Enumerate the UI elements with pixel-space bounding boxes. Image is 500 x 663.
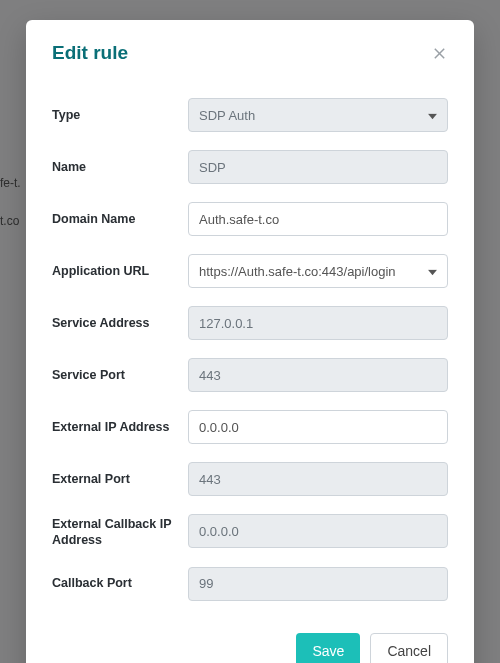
save-button[interactable]: Save — [296, 633, 360, 664]
chevron-down-icon — [428, 108, 437, 123]
label-type: Type — [52, 107, 188, 123]
input-callback-port[interactable] — [188, 567, 448, 601]
close-icon[interactable] — [430, 44, 448, 62]
row-callback-ip: External Callback IP Address — [52, 514, 448, 549]
select-application-url[interactable]: https://Auth.safe-t.co:443/api/login — [188, 254, 448, 288]
row-type: Type SDP Auth — [52, 98, 448, 132]
label-external-port: External Port — [52, 471, 188, 487]
input-external-port[interactable] — [188, 462, 448, 496]
row-domain-name: Domain Name — [52, 202, 448, 236]
input-callback-ip[interactable] — [188, 514, 448, 548]
select-application-url-value: https://Auth.safe-t.co:443/api/login — [199, 264, 396, 279]
modal-footer: Save Cancel — [52, 633, 448, 664]
row-service-address: Service Address — [52, 306, 448, 340]
label-application-url: Application URL — [52, 263, 188, 279]
label-callback-ip: External Callback IP Address — [52, 514, 188, 549]
label-domain-name: Domain Name — [52, 211, 188, 227]
input-external-ip[interactable] — [188, 410, 448, 444]
input-service-port[interactable] — [188, 358, 448, 392]
input-domain-name[interactable] — [188, 202, 448, 236]
label-external-ip: External IP Address — [52, 419, 188, 435]
modal-overlay: Edit rule Type SDP Auth Name — [0, 0, 500, 663]
label-service-port: Service Port — [52, 367, 188, 383]
select-type-value: SDP Auth — [199, 108, 255, 123]
chevron-down-icon — [428, 264, 437, 279]
row-application-url: Application URL https://Auth.safe-t.co:4… — [52, 254, 448, 288]
row-service-port: Service Port — [52, 358, 448, 392]
row-external-port: External Port — [52, 462, 448, 496]
edit-rule-modal: Edit rule Type SDP Auth Name — [26, 20, 474, 663]
cancel-button[interactable]: Cancel — [370, 633, 448, 664]
modal-title: Edit rule — [52, 42, 128, 64]
row-name: Name — [52, 150, 448, 184]
label-service-address: Service Address — [52, 315, 188, 331]
input-name[interactable] — [188, 150, 448, 184]
select-type[interactable]: SDP Auth — [188, 98, 448, 132]
input-service-address[interactable] — [188, 306, 448, 340]
label-callback-port: Callback Port — [52, 575, 188, 591]
modal-header: Edit rule — [52, 42, 448, 64]
row-external-ip: External IP Address — [52, 410, 448, 444]
row-callback-port: Callback Port — [52, 567, 448, 601]
label-name: Name — [52, 159, 188, 175]
